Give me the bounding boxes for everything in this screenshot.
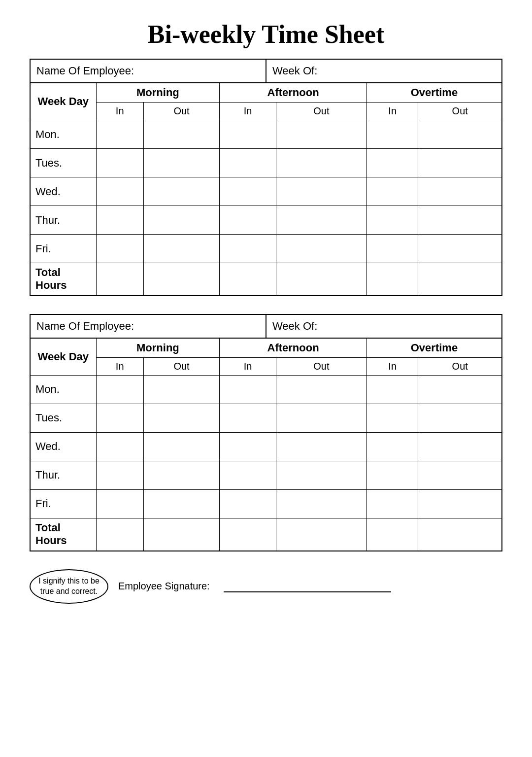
total-morning-in-2[interactable] [96, 518, 143, 551]
mon-morning-in-1[interactable] [96, 120, 143, 149]
afternoon-in-1: In [220, 103, 276, 120]
wed-overtime-out-2[interactable] [418, 432, 502, 461]
total-hours-label-2: TotalHours [30, 518, 96, 551]
thur-afternoon-out-2[interactable] [276, 461, 366, 489]
mon-afternoon-in-2[interactable] [220, 375, 276, 404]
overtime-in-2: In [366, 357, 418, 375]
total-overtime-out-2[interactable] [418, 518, 502, 551]
thur-morning-out-2[interactable] [143, 461, 219, 489]
wed-afternoon-out-2[interactable] [276, 432, 366, 461]
tues-morning-out-2[interactable] [143, 404, 219, 432]
day-thur-1: Thur. [30, 206, 96, 235]
day-tues-1: Tues. [30, 149, 96, 177]
wed-overtime-in-2[interactable] [366, 432, 418, 461]
wed-morning-in-1[interactable] [96, 177, 143, 206]
wed-afternoon-in-2[interactable] [220, 432, 276, 461]
tues-overtime-in-1[interactable] [366, 149, 418, 177]
employee-field-1[interactable]: Name Of Employee: [31, 60, 266, 82]
mon-overtime-out-1[interactable] [418, 120, 502, 149]
timesheet-block-1: Name Of Employee: Week Of: Week Day Morn… [30, 59, 502, 296]
fri-overtime-in-2[interactable] [366, 489, 418, 518]
thur-overtime-out-2[interactable] [418, 461, 502, 489]
thur-overtime-in-1[interactable] [366, 206, 418, 235]
wed-afternoon-in-1[interactable] [220, 177, 276, 206]
total-afternoon-out-2[interactable] [276, 518, 366, 551]
fri-morning-out-2[interactable] [143, 489, 219, 518]
week-field-2[interactable]: Week Of: [266, 315, 501, 338]
wed-overtime-in-1[interactable] [366, 177, 418, 206]
tues-afternoon-in-2[interactable] [220, 404, 276, 432]
day-tues-2: Tues. [30, 404, 96, 432]
fri-overtime-in-1[interactable] [366, 235, 418, 263]
wed-morning-out-2[interactable] [143, 432, 219, 461]
total-morning-out-1[interactable] [143, 263, 219, 296]
tues-overtime-out-2[interactable] [418, 404, 502, 432]
employee-field-2[interactable]: Name Of Employee: [31, 315, 266, 338]
fri-afternoon-in-2[interactable] [220, 489, 276, 518]
total-overtime-out-1[interactable] [418, 263, 502, 296]
fri-morning-in-2[interactable] [96, 489, 143, 518]
total-afternoon-in-2[interactable] [220, 518, 276, 551]
header-row-2: Name Of Employee: Week Of: [30, 314, 502, 338]
table-row: Tues. [30, 149, 502, 177]
mon-overtime-in-2[interactable] [366, 375, 418, 404]
fri-afternoon-out-2[interactable] [276, 489, 366, 518]
fri-morning-out-1[interactable] [143, 235, 219, 263]
thur-afternoon-out-1[interactable] [276, 206, 366, 235]
fri-overtime-out-2[interactable] [418, 489, 502, 518]
week-field-1[interactable]: Week Of: [266, 60, 501, 82]
mon-overtime-out-2[interactable] [418, 375, 502, 404]
signature-section: I signify this to be true and correct. E… [30, 569, 502, 604]
mon-morning-in-2[interactable] [96, 375, 143, 404]
total-hours-row-2: TotalHours [30, 518, 502, 551]
thur-overtime-out-1[interactable] [418, 206, 502, 235]
total-overtime-in-1[interactable] [366, 263, 418, 296]
tues-morning-in-1[interactable] [96, 149, 143, 177]
table-row: Tues. [30, 404, 502, 432]
thur-afternoon-in-2[interactable] [220, 461, 276, 489]
tues-afternoon-in-1[interactable] [220, 149, 276, 177]
thur-overtime-in-2[interactable] [366, 461, 418, 489]
overtime-in-1: In [366, 103, 418, 120]
mon-morning-out-2[interactable] [143, 375, 219, 404]
total-morning-in-1[interactable] [96, 263, 143, 296]
time-table-1: Week Day Morning Afternoon Overtime In O… [30, 82, 502, 296]
fri-afternoon-in-1[interactable] [220, 235, 276, 263]
thur-morning-in-2[interactable] [96, 461, 143, 489]
wed-overtime-out-1[interactable] [418, 177, 502, 206]
tues-morning-out-1[interactable] [143, 149, 219, 177]
day-thur-2: Thur. [30, 461, 96, 489]
total-afternoon-out-1[interactable] [276, 263, 366, 296]
morning-in-1: In [96, 103, 143, 120]
thur-morning-out-1[interactable] [143, 206, 219, 235]
fri-afternoon-out-1[interactable] [276, 235, 366, 263]
wed-morning-in-2[interactable] [96, 432, 143, 461]
afternoon-in-2: In [220, 357, 276, 375]
wed-afternoon-out-1[interactable] [276, 177, 366, 206]
table-row: Thur. [30, 461, 502, 489]
mon-overtime-in-1[interactable] [366, 120, 418, 149]
total-afternoon-in-1[interactable] [220, 263, 276, 296]
thur-morning-in-1[interactable] [96, 206, 143, 235]
mon-afternoon-out-2[interactable] [276, 375, 366, 404]
total-morning-out-2[interactable] [143, 518, 219, 551]
thur-afternoon-in-1[interactable] [220, 206, 276, 235]
tues-overtime-out-1[interactable] [418, 149, 502, 177]
mon-afternoon-out-1[interactable] [276, 120, 366, 149]
tues-overtime-in-2[interactable] [366, 404, 418, 432]
total-hours-row-1: TotalHours [30, 263, 502, 296]
afternoon-out-1: Out [276, 103, 366, 120]
tues-morning-in-2[interactable] [96, 404, 143, 432]
table-row: Wed. [30, 177, 502, 206]
page-title: Bi-weekly Time Sheet [30, 20, 502, 49]
stamp-oval: I signify this to be true and correct. [30, 569, 108, 604]
tues-afternoon-out-2[interactable] [276, 404, 366, 432]
mon-morning-out-1[interactable] [143, 120, 219, 149]
signature-line[interactable] [224, 581, 391, 592]
fri-morning-in-1[interactable] [96, 235, 143, 263]
total-overtime-in-2[interactable] [366, 518, 418, 551]
mon-afternoon-in-1[interactable] [220, 120, 276, 149]
tues-afternoon-out-1[interactable] [276, 149, 366, 177]
wed-morning-out-1[interactable] [143, 177, 219, 206]
fri-overtime-out-1[interactable] [418, 235, 502, 263]
